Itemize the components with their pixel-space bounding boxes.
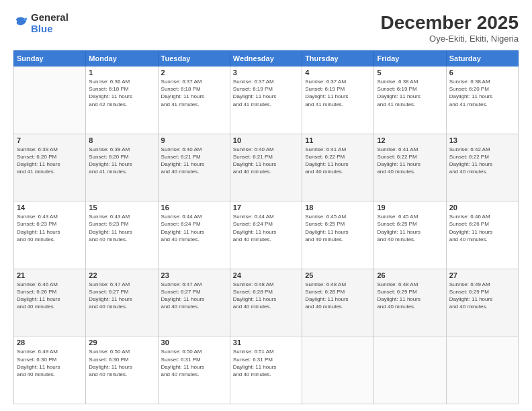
calendar-cell: 4Sunrise: 6:37 AM Sunset: 6:19 PM Daylig…: [302, 66, 374, 134]
calendar-cell: 20Sunrise: 6:46 AM Sunset: 6:26 PM Dayli…: [446, 201, 518, 269]
day-number: 24: [233, 271, 299, 279]
calendar-cell: 10Sunrise: 6:40 AM Sunset: 6:21 PM Dayli…: [230, 134, 302, 201]
day-info: Sunrise: 6:49 AM Sunset: 6:29 PM Dayligh…: [449, 281, 515, 311]
day-number: 14: [17, 203, 83, 212]
month-title: December 2025: [381, 12, 519, 34]
day-info: Sunrise: 6:48 AM Sunset: 6:28 PM Dayligh…: [233, 281, 299, 311]
logo-general: General: [31, 12, 69, 24]
day-header-friday: Friday: [374, 51, 446, 66]
calendar-cell: 16Sunrise: 6:44 AM Sunset: 6:24 PM Dayli…: [158, 201, 230, 269]
calendar-cell: 9Sunrise: 6:40 AM Sunset: 6:21 PM Daylig…: [158, 134, 230, 201]
day-info: Sunrise: 6:43 AM Sunset: 6:23 PM Dayligh…: [17, 213, 83, 243]
calendar-cell: 29Sunrise: 6:50 AM Sunset: 6:30 PM Dayli…: [86, 336, 158, 404]
day-info: Sunrise: 6:40 AM Sunset: 6:21 PM Dayligh…: [233, 146, 299, 176]
day-info: Sunrise: 6:43 AM Sunset: 6:23 PM Dayligh…: [89, 213, 154, 243]
day-info: Sunrise: 6:41 AM Sunset: 6:22 PM Dayligh…: [305, 146, 371, 176]
day-info: Sunrise: 6:49 AM Sunset: 6:30 PM Dayligh…: [17, 348, 83, 378]
day-number: 19: [377, 203, 443, 212]
day-info: Sunrise: 6:37 AM Sunset: 6:19 PM Dayligh…: [233, 78, 299, 108]
day-number: 15: [89, 203, 154, 212]
day-number: 5: [377, 68, 443, 77]
day-info: Sunrise: 6:48 AM Sunset: 6:29 PM Dayligh…: [377, 281, 443, 311]
day-info: Sunrise: 6:45 AM Sunset: 6:25 PM Dayligh…: [305, 213, 371, 243]
day-number: 10: [233, 136, 299, 144]
day-number: 23: [161, 271, 227, 279]
day-number: 21: [17, 271, 83, 279]
day-number: 25: [305, 271, 371, 279]
day-number: 30: [161, 338, 227, 347]
calendar-cell: 27Sunrise: 6:49 AM Sunset: 6:29 PM Dayli…: [446, 269, 518, 336]
page: General Blue December 2025 Oye-Ekiti, Ek…: [0, 0, 532, 411]
calendar-week-row: 21Sunrise: 6:46 AM Sunset: 6:26 PM Dayli…: [14, 269, 519, 336]
calendar-cell: 5Sunrise: 6:38 AM Sunset: 6:19 PM Daylig…: [374, 66, 446, 134]
calendar-week-row: 1Sunrise: 6:36 AM Sunset: 6:18 PM Daylig…: [14, 66, 519, 134]
day-info: Sunrise: 6:44 AM Sunset: 6:24 PM Dayligh…: [233, 213, 299, 243]
day-number: 22: [89, 271, 154, 279]
day-info: Sunrise: 6:39 AM Sunset: 6:20 PM Dayligh…: [17, 146, 83, 176]
day-number: 4: [305, 68, 371, 77]
day-number: 6: [449, 68, 515, 77]
day-info: Sunrise: 6:41 AM Sunset: 6:22 PM Dayligh…: [377, 146, 443, 176]
calendar-cell: 24Sunrise: 6:48 AM Sunset: 6:28 PM Dayli…: [230, 269, 302, 336]
calendar-cell: [14, 66, 86, 134]
calendar-week-row: 28Sunrise: 6:49 AM Sunset: 6:30 PM Dayli…: [14, 336, 519, 404]
day-number: 1: [89, 68, 154, 77]
calendar-cell: [446, 336, 518, 404]
day-info: Sunrise: 6:46 AM Sunset: 6:26 PM Dayligh…: [17, 281, 83, 311]
day-number: 18: [305, 203, 371, 212]
day-number: 2: [161, 68, 227, 77]
day-number: 13: [449, 136, 515, 144]
day-number: 28: [17, 338, 83, 347]
day-info: Sunrise: 6:47 AM Sunset: 6:27 PM Dayligh…: [161, 281, 227, 311]
day-number: 9: [161, 136, 227, 144]
day-info: Sunrise: 6:51 AM Sunset: 6:31 PM Dayligh…: [233, 348, 299, 378]
day-info: Sunrise: 6:40 AM Sunset: 6:21 PM Dayligh…: [161, 146, 227, 176]
day-info: Sunrise: 6:47 AM Sunset: 6:27 PM Dayligh…: [89, 281, 154, 311]
day-number: 8: [89, 136, 154, 144]
day-number: 16: [161, 203, 227, 212]
day-info: Sunrise: 6:46 AM Sunset: 6:26 PM Dayligh…: [449, 213, 515, 243]
logo-bird-icon: [13, 15, 28, 30]
day-number: 17: [233, 203, 299, 212]
logo: General Blue: [13, 12, 69, 34]
day-header-sunday: Sunday: [14, 51, 86, 66]
calendar-cell: 2Sunrise: 6:37 AM Sunset: 6:18 PM Daylig…: [158, 66, 230, 134]
day-info: Sunrise: 6:39 AM Sunset: 6:20 PM Dayligh…: [89, 146, 154, 176]
day-info: Sunrise: 6:38 AM Sunset: 6:20 PM Dayligh…: [449, 78, 515, 108]
calendar-cell: 19Sunrise: 6:45 AM Sunset: 6:25 PM Dayli…: [374, 201, 446, 269]
day-info: Sunrise: 6:42 AM Sunset: 6:22 PM Dayligh…: [449, 146, 515, 176]
header: General Blue December 2025 Oye-Ekiti, Ek…: [13, 12, 519, 44]
day-header-thursday: Thursday: [302, 51, 374, 66]
calendar-cell: [374, 336, 446, 404]
calendar-cell: 6Sunrise: 6:38 AM Sunset: 6:20 PM Daylig…: [446, 66, 518, 134]
day-header-wednesday: Wednesday: [230, 51, 302, 66]
calendar-header-row: SundayMondayTuesdayWednesdayThursdayFrid…: [14, 51, 519, 66]
title-area: December 2025 Oye-Ekiti, Ekiti, Nigeria: [381, 12, 519, 44]
day-number: 20: [449, 203, 515, 212]
day-number: 11: [305, 136, 371, 144]
calendar-week-row: 7Sunrise: 6:39 AM Sunset: 6:20 PM Daylig…: [14, 134, 519, 201]
calendar-cell: 17Sunrise: 6:44 AM Sunset: 6:24 PM Dayli…: [230, 201, 302, 269]
day-number: 26: [377, 271, 443, 279]
calendar-cell: 13Sunrise: 6:42 AM Sunset: 6:22 PM Dayli…: [446, 134, 518, 201]
day-number: 27: [449, 271, 515, 279]
calendar-cell: 8Sunrise: 6:39 AM Sunset: 6:20 PM Daylig…: [86, 134, 158, 201]
day-number: 3: [233, 68, 299, 77]
day-header-tuesday: Tuesday: [158, 51, 230, 66]
day-number: 12: [377, 136, 443, 144]
day-number: 29: [89, 338, 154, 347]
logo-blue: Blue: [31, 24, 69, 35]
day-header-saturday: Saturday: [446, 51, 518, 66]
day-info: Sunrise: 6:37 AM Sunset: 6:18 PM Dayligh…: [161, 78, 227, 108]
day-info: Sunrise: 6:45 AM Sunset: 6:25 PM Dayligh…: [377, 213, 443, 243]
calendar-cell: 30Sunrise: 6:50 AM Sunset: 6:31 PM Dayli…: [158, 336, 230, 404]
calendar-cell: 26Sunrise: 6:48 AM Sunset: 6:29 PM Dayli…: [374, 269, 446, 336]
day-number: 31: [233, 338, 299, 347]
calendar-cell: 28Sunrise: 6:49 AM Sunset: 6:30 PM Dayli…: [14, 336, 86, 404]
calendar-cell: 1Sunrise: 6:36 AM Sunset: 6:18 PM Daylig…: [86, 66, 158, 134]
calendar-cell: 18Sunrise: 6:45 AM Sunset: 6:25 PM Dayli…: [302, 201, 374, 269]
calendar-cell: 3Sunrise: 6:37 AM Sunset: 6:19 PM Daylig…: [230, 66, 302, 134]
calendar-cell: 12Sunrise: 6:41 AM Sunset: 6:22 PM Dayli…: [374, 134, 446, 201]
calendar-cell: 15Sunrise: 6:43 AM Sunset: 6:23 PM Dayli…: [86, 201, 158, 269]
calendar-cell: 21Sunrise: 6:46 AM Sunset: 6:26 PM Dayli…: [14, 269, 86, 336]
